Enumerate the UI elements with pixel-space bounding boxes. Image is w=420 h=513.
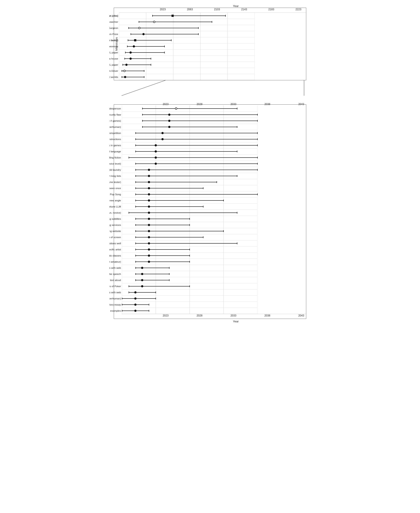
x-tick-2043: 2043 xyxy=(298,103,304,106)
left-tick-33 xyxy=(122,310,122,312)
right-tick-27 xyxy=(169,273,170,275)
left-tick-17 xyxy=(129,212,129,214)
left-tick-4 xyxy=(128,39,128,41)
row-label-12: All Atari games (vs. pro game tester) xyxy=(109,181,121,184)
median-dot-0 xyxy=(175,107,177,110)
left-tick-26 xyxy=(135,267,136,269)
row-item-23: Fake new song by specific artist xyxy=(122,246,257,253)
left-tick-32 xyxy=(122,304,122,306)
median-dot-3 xyxy=(142,33,145,35)
x-tick-2223: 2223 xyxy=(296,8,301,11)
row-label-33: Simple Python code given spec and exampl… xyxy=(109,309,121,312)
median-dot-5 xyxy=(161,138,164,140)
whisker-3 xyxy=(131,34,198,34)
row-item-6: Explain AI actions in games xyxy=(122,142,257,148)
median-dot-22 xyxy=(148,242,150,245)
whisker-5 xyxy=(135,139,257,139)
median-dot-4 xyxy=(134,39,136,41)
median-dot-16 xyxy=(148,206,150,208)
bottom-x-tick-2033: 2033 xyxy=(231,314,236,317)
row-label-23: Fake new song by specific artist xyxy=(109,248,121,251)
left-tick-1 xyxy=(142,114,143,115)
row-label-4: Win Putnam Math Competition xyxy=(109,132,121,134)
right-tick-7 xyxy=(237,151,237,152)
left-tick-0 xyxy=(152,15,153,17)
left-tick-0 xyxy=(142,108,143,109)
row-label-16: Finetune LLM xyxy=(109,205,121,208)
row-item-21: Top Starcraft play via video of screen xyxy=(122,234,257,240)
row-item-18: Translate speech using subtitles xyxy=(122,216,257,222)
right-tick-33 xyxy=(149,310,149,312)
right-tick-3 xyxy=(198,33,199,35)
right-tick-29 xyxy=(189,285,190,287)
bottom-x-tick-2023: 2023 xyxy=(163,314,169,317)
whisker-31 xyxy=(122,298,156,299)
row-item-9: Random new computer game (novice level) xyxy=(122,161,257,167)
median-dot-25 xyxy=(148,261,150,263)
left-tick-3 xyxy=(131,33,131,35)
row-label-10: Fold laundry xyxy=(109,168,121,171)
left-tick-5 xyxy=(135,138,136,140)
whisker-26 xyxy=(135,268,169,268)
median-dot-12 xyxy=(148,181,150,183)
median-dot-4 xyxy=(161,132,164,134)
whisker-24 xyxy=(135,255,190,256)
left-tick-22 xyxy=(135,243,136,244)
row-label-31: Angry Birds (superhuman) xyxy=(109,297,121,300)
connector xyxy=(114,80,306,96)
bottom-x-tick-2028: 2028 xyxy=(197,314,202,317)
row-label-25: Translate text (vs. fluent amateur) xyxy=(109,260,121,263)
right-tick-4 xyxy=(257,132,258,134)
right-tick-32 xyxy=(149,304,149,306)
x-tick-2103: 2103 xyxy=(214,8,220,11)
whisker-11 xyxy=(135,176,237,176)
right-tick-5 xyxy=(164,46,165,47)
left-tick-6 xyxy=(135,145,136,146)
row-item-8: NYT best-selling fiction xyxy=(122,154,257,161)
right-tick-24 xyxy=(189,255,190,257)
right-tick-2 xyxy=(257,120,258,122)
median-dot-2 xyxy=(138,27,140,29)
right-tick-3 xyxy=(237,126,237,128)
row-label-5: Publishable math theorems xyxy=(109,45,118,48)
left-tick-16 xyxy=(135,206,136,207)
whisker-19 xyxy=(135,225,190,225)
left-tick-5 xyxy=(127,46,128,47)
row-item-26: Answer open-ended fact questions with we… xyxy=(122,265,257,271)
row-item-2: Beat humans at Go (after same # games) xyxy=(122,118,257,124)
row-label-1: AI Researcher xyxy=(109,21,118,23)
x-tick-2038: 2038 xyxy=(264,103,270,106)
right-tick-9 xyxy=(257,163,258,165)
row-label-27: Transcribe speech xyxy=(109,273,121,275)
median-dot-7 xyxy=(155,150,157,153)
right-tick-9 xyxy=(144,70,144,72)
svg-line-17 xyxy=(122,80,165,96)
right-tick-15 xyxy=(223,199,224,201)
row-label-9: Truck Driver xyxy=(109,69,118,72)
row-item-10: Equations governing virtual worlds xyxy=(119,74,255,80)
row-label-15: Construct video from new angle xyxy=(109,199,121,202)
row-item-4: Win Putnam Math Competition xyxy=(122,130,257,136)
whisker-2 xyxy=(142,121,257,121)
row-item-25: Translate text (vs. fluent amateur) xyxy=(122,259,257,265)
median-dot-3 xyxy=(168,126,170,128)
whisker-10 xyxy=(135,170,257,170)
right-tick-6 xyxy=(164,52,165,54)
row-item-3: 5km city race as bipedal robot (superhum… xyxy=(122,124,257,130)
row-label-24: Group new objects into classes xyxy=(109,254,121,257)
median-dot-10 xyxy=(124,76,126,78)
whisker-8 xyxy=(129,157,257,158)
row-label-26: Answer open-ended fact questions with we… xyxy=(109,267,121,269)
row-item-4: High Level Machine Intelligence (all hum… xyxy=(119,37,255,43)
whisker-28 xyxy=(135,280,169,280)
bottom-chart: 20232028203320382043 Retail SalespersonF… xyxy=(114,104,306,319)
median-dot-8 xyxy=(125,64,128,66)
row-item-30: Answer factoid questions with web xyxy=(122,289,257,295)
top-chart-body: 202320632103214321832223 Full Automation… xyxy=(119,8,306,80)
x-tick-2023: 2023 xyxy=(160,8,166,11)
row-item-0: Full Automation of Labor (all human jobs… xyxy=(119,13,255,19)
right-tick-19 xyxy=(189,224,190,226)
whisker-22 xyxy=(135,243,237,244)
right-tick-23 xyxy=(189,249,190,250)
left-tick-10 xyxy=(135,169,136,171)
